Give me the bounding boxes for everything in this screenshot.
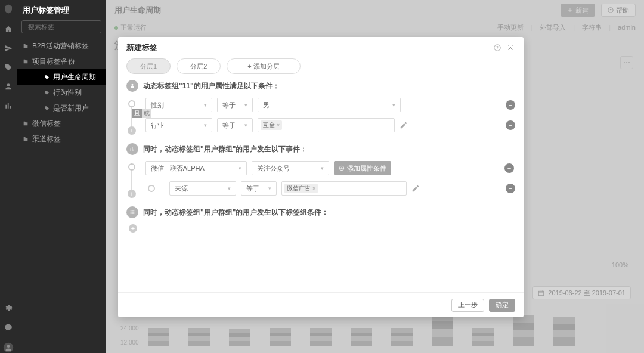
tag-icon <box>44 75 49 80</box>
event-badge-icon <box>126 143 138 155</box>
edit-icon[interactable] <box>400 121 408 129</box>
taggroup-heading: 同时，动态标签组"用户群组"的用户发生以下标签组条件： <box>143 208 329 218</box>
avatar-icon[interactable] <box>3 342 14 353</box>
tree-folder-channel[interactable]: 渠道标签 <box>17 131 106 147</box>
modal-title: 新建标签 <box>126 42 157 53</box>
svg-text:?: ? <box>496 45 499 49</box>
user-icon[interactable] <box>4 82 13 91</box>
tree-folder-wechat[interactable]: 微信标签 <box>17 116 106 131</box>
attr-heading: 动态标签组"11"的用户属性满足以下条件： <box>143 81 280 91</box>
folder-icon <box>23 43 29 49</box>
search-input-wrap[interactable] <box>21 20 101 33</box>
search-input[interactable] <box>28 23 110 30</box>
value-taginput-source[interactable]: 微信广告× <box>281 181 407 196</box>
tree-folder-b2b[interactable]: B2B活动营销标签 <box>17 38 106 54</box>
list-badge-icon <box>126 206 138 218</box>
add-condition-icon[interactable]: + <box>128 190 136 198</box>
close-icon[interactable] <box>506 43 515 52</box>
tag-tree: B2B活动营销标签 项目标签备份 用户生命周期 行为性别 是否新用户 微信标签 … <box>17 38 106 147</box>
remove-row-icon[interactable]: − <box>506 100 515 110</box>
attr-badge-icon <box>126 80 138 92</box>
and-or-toggle[interactable]: 且或 <box>132 109 151 118</box>
plus-circle-icon <box>339 165 345 171</box>
confirm-button[interactable]: 确定 <box>489 299 515 312</box>
field-select-industry[interactable]: 行业▾ <box>145 118 212 132</box>
remove-chip-icon[interactable]: × <box>312 185 315 191</box>
add-condition-icon[interactable]: + <box>129 224 137 233</box>
modal-footer: 上一步 确定 <box>118 292 524 317</box>
add-condition-icon[interactable]: + <box>128 126 136 135</box>
folder-icon <box>23 120 29 126</box>
field-select-source[interactable]: 来源▾ <box>169 181 236 196</box>
edit-icon[interactable] <box>411 184 420 193</box>
event-condition-section: 同时，动态标签组"用户群组"的用户发生以下事件： 微信 - 联否ALPHA▾ 关… <box>126 143 515 196</box>
event-row-1: 微信 - 联否ALPHA▾ 关注公众号▾ 添加属性条件 − <box>145 161 515 175</box>
send-icon[interactable] <box>4 44 13 52</box>
tab-layer-2[interactable]: 分层2 <box>177 58 221 74</box>
value-taginput-industry[interactable]: 互金× <box>258 118 395 132</box>
event-select[interactable]: 关注公众号▾ <box>252 161 329 175</box>
tree-item-newuser[interactable]: 是否新用户 <box>17 100 106 116</box>
remove-row-icon[interactable]: − <box>506 184 515 193</box>
tag-icon <box>44 106 49 111</box>
tree-item-lifecycle[interactable]: 用户生命周期 <box>17 69 106 85</box>
nav-rail <box>0 0 17 353</box>
chat-icon[interactable] <box>4 323 13 332</box>
event-heading: 同时，动态标签组"用户群组"的用户发生以下事件： <box>143 144 307 154</box>
sidebar-title: 用户标签管理 <box>17 0 106 20</box>
attr-row-1: 且或 性别▾ 等于▾ 男▾ − <box>145 98 515 112</box>
attr-row-2: 行业▾ 等于▾ 互金× − <box>145 118 515 132</box>
tab-layer-1[interactable]: 分层1 <box>126 58 171 74</box>
remove-row-icon[interactable]: − <box>504 163 514 173</box>
chart-icon[interactable] <box>4 101 13 110</box>
op-select-1[interactable]: 等于▾ <box>217 98 253 112</box>
tag-icon[interactable] <box>4 63 13 72</box>
remove-chip-icon[interactable]: × <box>277 122 280 128</box>
layer-tabs: 分层1 分层2 + 添加分层 <box>126 58 515 74</box>
modal-help-icon[interactable]: ? <box>493 43 502 52</box>
field-select-gender[interactable]: 性别▾ <box>145 98 212 112</box>
source-select[interactable]: 微信 - 联否ALPHA▾ <box>145 161 247 175</box>
attr-condition-section: 动态标签组"11"的用户属性满足以下条件： 且或 性别▾ 等于▾ 男▾ − 行业… <box>126 80 515 132</box>
op-select-3[interactable]: 等于▾ <box>241 181 277 196</box>
tree-item-behavior[interactable]: 行为性别 <box>17 85 106 100</box>
remove-row-icon[interactable]: − <box>506 120 515 130</box>
prev-button[interactable]: 上一步 <box>451 299 484 312</box>
value-select-male[interactable]: 男▾ <box>258 98 401 112</box>
home-icon[interactable] <box>4 25 13 33</box>
add-property-button[interactable]: 添加属性条件 <box>334 161 391 175</box>
brand-icon <box>3 4 14 14</box>
tag-icon <box>44 90 49 95</box>
modal-header: 新建标签 ? <box>118 37 524 58</box>
folder-icon <box>23 58 29 64</box>
gear-icon[interactable] <box>4 304 13 312</box>
event-row-2: 来源▾ 等于▾ 微信广告× − <box>169 181 515 196</box>
tree-folder-backup[interactable]: 项目标签备份 <box>17 54 106 69</box>
folder-icon <box>23 136 29 142</box>
create-tag-modal: 新建标签 ? 分层1 分层2 + 添加分层 动态标签组"11"的用户属性满足以下… <box>118 37 524 317</box>
taggroup-condition-section: 同时，动态标签组"用户群组"的用户发生以下标签组条件： + <box>126 206 515 236</box>
tab-add-layer[interactable]: + 添加分层 <box>227 58 300 74</box>
sidebar: 用户标签管理 B2B活动营销标签 项目标签备份 用户生命周期 行为性别 是否新用… <box>17 0 106 353</box>
op-select-2[interactable]: 等于▾ <box>217 118 253 132</box>
